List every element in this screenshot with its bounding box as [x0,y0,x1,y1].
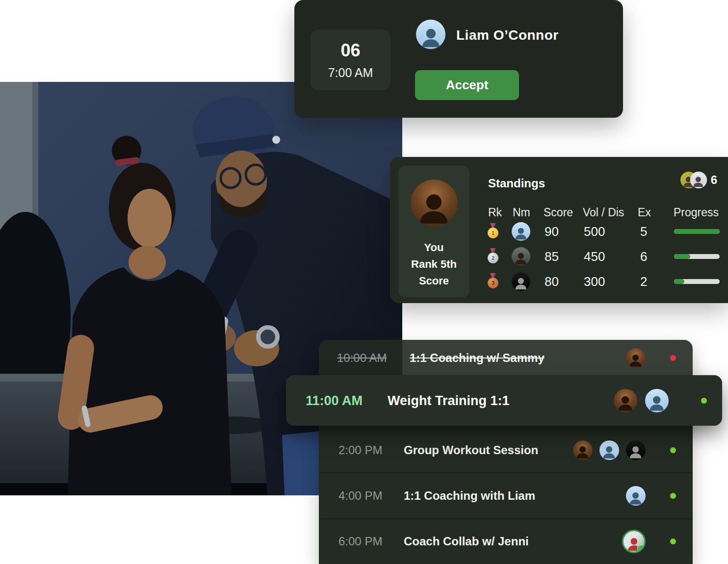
gold-medal-icon: 1 [487,223,499,239]
standings-row-2: 2 85 450 6 [390,247,728,266]
member-avatar [690,172,707,188]
person-icon [514,276,528,291]
col-rank: Rk [488,206,502,219]
session-time: 10:00 AM [337,351,387,365]
rank2-exercises: 6 [640,249,647,264]
rank3-progress-bar [674,279,720,284]
schedule-row-coaching-liam[interactable]: 4:00 PM 1:1 Coaching with Liam [319,473,693,518]
your-avatar [411,179,458,227]
session-title: 1:1 Coaching with Liam [404,489,535,503]
confirmed-status-dot [670,538,676,544]
person-icon [628,353,643,368]
session-avatars [622,530,646,553]
person-icon [616,394,634,412]
rank1-volume: 500 [584,224,605,239]
member-avatar [626,440,646,460]
person-icon [514,226,528,241]
accept-button[interactable]: Accept [415,70,519,100]
session-day: 06 [340,40,360,61]
person-icon [601,444,617,460]
person-icon [648,394,666,412]
medal-rank: 2 [488,253,498,263]
rank3-avatar [512,272,530,291]
session-time: 6:00 PM [338,535,382,548]
schedule-row-cancelled[interactable]: 10:00 AM 1:1 Coaching w/ Sammy [319,340,693,376]
rank2-score: 85 [545,249,559,264]
silver-medal-icon: 2 [487,248,499,264]
session-avatars [573,440,646,460]
member-avatar [599,440,619,460]
col-exercises: Ex [638,206,651,219]
person-icon [416,190,452,227]
cancelled-status-dot [670,355,676,361]
session-title: Weight Training 1:1 [388,393,510,408]
session-title: Group Workout Session [404,443,538,457]
schedule-row-group-workout[interactable]: 2:00 PM Group Workout Session [319,428,693,472]
medal-rank: 1 [488,228,498,238]
person-icon [575,444,590,460]
progress-fill [674,229,720,234]
session-time: 2:00 PM [338,443,382,457]
confirmed-status-dot [670,447,676,453]
session-avatars [626,348,646,368]
member-avatar [614,389,637,412]
standings-row-1: 1 90 500 5 [390,222,728,241]
liam-avatar [416,20,445,49]
liam-avatar [626,486,646,506]
rank3-score: 80 [545,274,559,289]
rank2-progress-bar [674,254,720,259]
session-date-box: 06 7:00 AM [311,29,390,90]
jenni-avatar [622,530,646,553]
liam-avatar [645,389,669,412]
schedule-row-coach-collab[interactable]: 6:00 PM Coach Collab w/ Jenni [319,519,693,564]
session-time: 4:00 PM [338,489,382,503]
person-icon [514,251,528,266]
bronze-medal-icon: 3 [487,273,499,289]
session-request-card: 06 7:00 AM Liam O’Connor Accept [294,0,623,118]
standings-title: Standings [488,177,545,190]
session-avatars [626,486,646,506]
rank1-avatar [512,222,530,241]
sammy-avatar [626,348,646,368]
active-status-dot [701,398,707,404]
member-count: 6 [711,173,717,187]
person-icon [628,490,643,506]
progress-fill [674,254,690,259]
person-icon [626,536,642,552]
progress-fill [674,279,684,284]
requester-name: Liam O’Connor [456,27,559,43]
session-time: 11:00 AM [306,393,363,408]
rank2-volume: 450 [584,249,605,264]
col-volume: Vol / Dis [583,206,624,219]
rank3-volume: 300 [584,274,605,289]
standings-row-3: 3 80 300 2 [390,272,728,291]
confirmed-status-dot [670,493,676,499]
person-icon [628,444,643,460]
rank2-avatar [512,247,530,266]
member-avatars-group: 6 [680,172,717,188]
medal-rank: 3 [488,278,498,288]
member-avatar [573,440,593,460]
fitness-app-composite: 06 7:00 AM Liam O’Connor Accept You Rank… [0,0,728,564]
session-time: 7:00 AM [328,66,373,80]
session-title: 1:1 Coaching w/ Sammy [410,351,545,365]
schedule-row-active[interactable]: 11:00 AM Weight Training 1:1 [286,375,722,426]
rank1-exercises: 5 [640,224,647,239]
person-icon [419,26,442,49]
session-title: Coach Collab w/ Jenni [404,535,529,548]
col-name: Nm [513,206,530,219]
standings-card: You Rank 5th Score Standings 6 Rk Nm Sco… [390,157,728,303]
schedule-panel: 10:00 AM 1:1 Coaching w/ Sammy 2:00 PM G… [319,340,693,564]
col-progress: Progress [674,206,719,219]
rank1-score: 90 [545,224,559,239]
person-icon [692,175,705,188]
col-score: Score [544,206,573,219]
session-avatars [614,389,669,412]
rank3-exercises: 2 [640,274,647,289]
rank1-progress-bar [674,229,720,234]
